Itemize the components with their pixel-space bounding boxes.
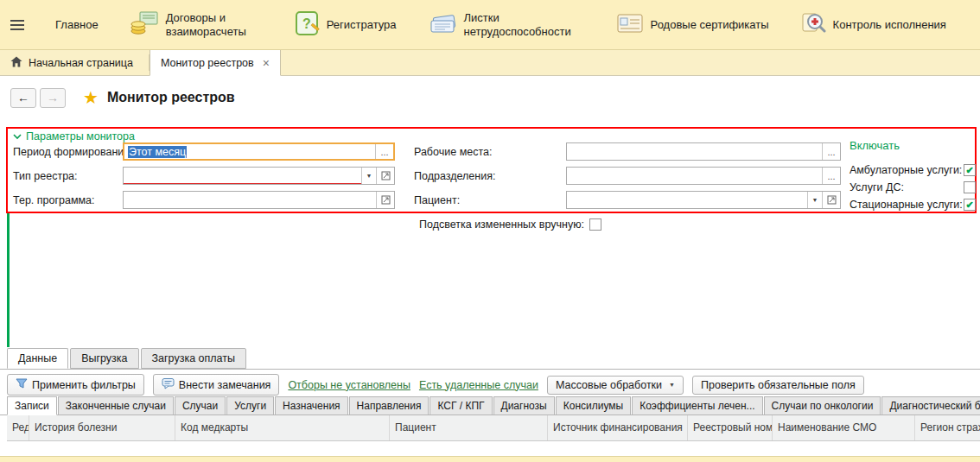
section-contracts-label: Договоры и взаиморасчеты (166, 11, 263, 38)
period-field[interactable]: Этот месяц ... (123, 142, 395, 161)
mass-operations-label: Массовые обработки (556, 379, 662, 391)
departments-field[interactable]: ... (566, 167, 841, 185)
column-patient[interactable]: Пациент (390, 415, 548, 440)
mass-operations-dropdown-icon: ▼ (669, 382, 675, 388)
grid-tab-finished-cases[interactable]: Законченные случаи (58, 396, 174, 415)
back-button[interactable]: ← (10, 88, 36, 108)
grid-tab-records[interactable]: Записи (7, 396, 57, 415)
ambulatory-services-label: Амбулаторные услуги: (850, 164, 964, 176)
patient-dropdown-button[interactable]: ▼ (807, 192, 822, 208)
group-collapse-header[interactable]: Параметры монитора (13, 130, 135, 142)
contracts-icon (130, 10, 159, 39)
departments-choose-button[interactable]: ... (822, 168, 840, 184)
workplaces-field[interactable]: ... (566, 142, 841, 161)
forward-icon: → (47, 91, 59, 104)
deleted-cases-link[interactable]: Есть удаленные случаи (419, 379, 538, 391)
ter-program-value[interactable] (124, 192, 376, 208)
forward-button[interactable]: → (40, 88, 66, 108)
grid-header-row: Ред. История болезни Код медкарты Пациен… (7, 415, 980, 441)
stationary-services-checkbox[interactable]: ✔ (964, 199, 976, 211)
column-smo-name[interactable]: Наименование СМО (773, 415, 915, 440)
grid-tab-diagnostic-block[interactable]: Диагностический блок (881, 396, 980, 415)
include-group-title: Включать (850, 139, 900, 152)
patient-value[interactable] (567, 192, 807, 208)
monitor-parameters-group: Параметры монитора Период формирования: … (6, 127, 977, 213)
group-title: Параметры монитора (26, 130, 135, 142)
section-execution-control-label: Контроль исполнения (833, 18, 946, 32)
registry-type-field[interactable]: ▼ (123, 167, 395, 185)
tab-monitor-reestrov-label: Монитор реестров (161, 57, 254, 69)
grid-tab-cases[interactable]: Случаи (175, 396, 226, 415)
registry-type-value[interactable] (124, 168, 361, 184)
ter-program-open-button[interactable] (376, 192, 394, 208)
ambulatory-services-checkbox[interactable]: ✔ (964, 164, 976, 176)
data-toolbar: Применить фильтры Внести замечания Отбор… (7, 374, 864, 396)
home-tab[interactable]: Начальная страница (0, 50, 149, 75)
patient-field[interactable]: ▼ (566, 191, 841, 209)
column-case-history[interactable]: История болезни (29, 415, 175, 440)
check-required-fields-label: Проверить обязательные поля (701, 379, 856, 391)
title-bar: ← → ★ Монитор реестров (0, 76, 980, 119)
filters-not-set-link[interactable]: Отборы не установлены (288, 379, 410, 391)
birth-certificates-icon (616, 12, 644, 37)
registry-icon: ? (294, 10, 320, 39)
workplaces-value[interactable] (567, 143, 822, 160)
apply-filters-icon (16, 377, 28, 392)
window-footer-strip (0, 456, 980, 462)
close-tab-icon[interactable]: × (263, 56, 270, 70)
column-insurance-region[interactable]: Регион страхован (915, 415, 980, 440)
section-main-label: Главное (55, 18, 99, 32)
mass-operations-button[interactable]: Массовые обработки ▼ (547, 376, 684, 395)
departments-value[interactable] (567, 168, 822, 184)
bottom-page-tabs: Данные Выгрузка Загрузка оплаты (7, 348, 248, 369)
column-registry-number[interactable]: Реестровый ном... (688, 415, 773, 440)
svg-text:?: ? (302, 16, 311, 31)
grid-tab-services[interactable]: Услуги (226, 396, 274, 415)
period-value[interactable]: Этот месяц (124, 144, 375, 159)
tab-data[interactable]: Данные (7, 348, 68, 369)
main-menu-button[interactable] (10, 20, 24, 30)
registry-type-dropdown-button[interactable]: ▼ (361, 168, 376, 184)
grid-tab-oncology-cases[interactable]: Случаи по онкологии (764, 396, 881, 415)
column-funding-source[interactable]: Источник финансирования (548, 415, 688, 440)
check-required-fields-button[interactable]: Проверить обязательные поля (692, 376, 864, 395)
add-remarks-button[interactable]: Внести замечания (153, 374, 280, 396)
section-registry-label: Регистратура (327, 18, 397, 32)
registry-type-open-button[interactable] (376, 168, 394, 184)
grid-tab-ksg-kpg[interactable]: КСГ / КПГ (430, 396, 492, 415)
section-sick-leave[interactable]: Листки нетрудоспособности (428, 11, 585, 38)
ter-program-field[interactable] (123, 191, 395, 209)
back-icon: ← (17, 91, 29, 104)
period-choose-button[interactable]: ... (375, 144, 393, 159)
grid-tab-treatment-coefficients[interactable]: Коэффициенты лечен... (632, 396, 762, 415)
section-main[interactable]: Главное (55, 18, 99, 32)
patient-open-button[interactable] (822, 192, 840, 208)
workplaces-choose-button[interactable]: ... (822, 143, 840, 160)
section-registry[interactable]: ? Регистратура (294, 10, 397, 39)
day-hospital-services-checkbox[interactable] (964, 181, 976, 193)
grid-tab-prescriptions[interactable]: Назначения (275, 396, 348, 415)
day-hospital-services-label: Услуги ДС: (850, 181, 964, 193)
column-medcard-code[interactable]: Код медкарты (175, 415, 390, 440)
page-tabs-divider (0, 369, 980, 370)
grid-tab-consiliums[interactable]: Консилиумы (556, 396, 631, 415)
add-remarks-label: Внести замечания (179, 379, 271, 391)
tab-monitor-reestrov[interactable]: Монитор реестров × (150, 50, 281, 76)
favorite-star-icon[interactable]: ★ (83, 87, 99, 108)
include-day-hospital-row: Услуги ДС: (850, 180, 976, 194)
grid-tab-diagnoses[interactable]: Диагнозы (493, 396, 555, 415)
chevron-down-icon (13, 130, 22, 142)
sick-leave-icon (428, 11, 457, 38)
tab-upload[interactable]: Выгрузка (70, 348, 138, 369)
section-execution-control[interactable]: Контроль исполнения (800, 10, 946, 39)
period-selected-text: Этот месяц (128, 146, 187, 158)
section-contracts[interactable]: Договоры и взаиморасчеты (130, 10, 263, 39)
highlight-changed-checkbox[interactable] (589, 218, 601, 231)
grid-tab-referrals[interactable]: Направления (349, 396, 430, 415)
apply-filters-button[interactable]: Применить фильтры (7, 374, 144, 396)
section-birth-certificates[interactable]: Родовые сертификаты (616, 12, 769, 37)
column-edit[interactable]: Ред. (7, 415, 29, 440)
include-stationary-row: Стационарные услуги: ✔ (850, 198, 976, 212)
open-tabs-bar: Начальная страница Монитор реестров × (0, 50, 980, 76)
tab-payment-load[interactable]: Загрузка оплаты (141, 348, 246, 369)
